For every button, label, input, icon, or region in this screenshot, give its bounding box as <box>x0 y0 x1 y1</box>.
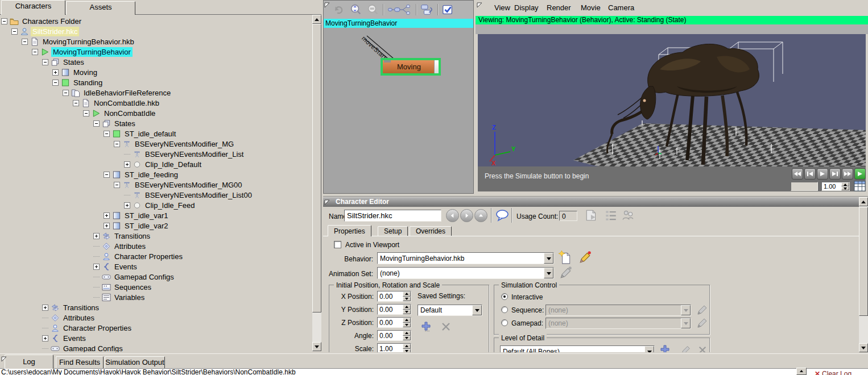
scrollbar-thumb[interactable] <box>859 207 868 316</box>
spin-up-button[interactable] <box>403 318 411 323</box>
tree-item-idlebehaviorfilereference[interactable]: IdleBehaviorFileReference <box>63 88 172 98</box>
tree-expander-minus-icon[interactable] <box>32 49 38 55</box>
spin-up-button[interactable] <box>403 291 411 297</box>
play-button[interactable] <box>817 168 828 180</box>
panel-corner-icon[interactable] <box>477 1 482 7</box>
spinner-angle[interactable]: 0.00 <box>377 330 411 341</box>
tree-expander-plus-icon[interactable] <box>124 202 130 209</box>
tree-expander-plus-icon[interactable] <box>52 69 59 76</box>
spinner-z-position[interactable]: 0.00 <box>377 317 411 328</box>
tree-item-noncombatidle-hkb[interactable]: NonCombatIdle.hkb <box>73 98 161 108</box>
radio-interactive[interactable] <box>501 293 508 300</box>
tree-item-clip-idle-default[interactable]: Clip_Idle_Default <box>124 160 203 169</box>
graph-canvas[interactable]: moveStart Moving <box>324 28 473 193</box>
spinner-value[interactable]: 1.00 <box>378 344 403 352</box>
spin-up-button[interactable] <box>403 305 411 310</box>
timeline-grid-button[interactable] <box>853 181 866 191</box>
spin-down-button[interactable] <box>403 297 411 302</box>
tree-item-st-idle-feeding[interactable]: ST_idle_feeding <box>104 170 180 180</box>
behavior-dropdown[interactable]: MovingTurningBehavior.hkb <box>377 252 554 264</box>
tree-item-st-idle-var1[interactable]: ST_idle_var1 <box>104 211 170 220</box>
menu-display[interactable]: Display <box>514 3 539 12</box>
clear-log-button[interactable]: ✕Clear Log <box>815 370 852 375</box>
tree-expander-minus-icon[interactable] <box>1 18 7 24</box>
export-report-icon[interactable] <box>585 209 598 222</box>
tree-item-events[interactable]: Events <box>42 334 88 343</box>
spin-down-button[interactable] <box>403 336 411 341</box>
active-in-viewport-checkbox[interactable] <box>334 241 341 248</box>
edit-behavior-pencil-icon[interactable] <box>578 251 592 264</box>
edit-animation-set-pencil-icon[interactable] <box>559 266 572 280</box>
tree-expander-minus-icon[interactable] <box>114 182 120 188</box>
zoom-out-button[interactable] <box>366 3 381 16</box>
tree-expander-minus-icon[interactable] <box>104 131 110 137</box>
connect-nodes-button[interactable] <box>386 3 412 16</box>
spin-up-button[interactable] <box>403 331 411 336</box>
tree-item-st-idle-default[interactable]: ST_idle_default <box>104 129 177 139</box>
tree-expander-minus-icon[interactable] <box>104 172 110 178</box>
tree-item-gamepad-configs[interactable]: Gamepad Configs <box>42 344 125 352</box>
tree-expander-plus-icon[interactable] <box>93 233 100 239</box>
tree-item-states[interactable]: States <box>93 119 137 128</box>
tree-item-standing[interactable]: Standing <box>52 78 104 88</box>
tree-expander-minus-icon[interactable] <box>114 141 120 147</box>
fast-forward-button[interactable] <box>842 168 853 180</box>
tree-expander-plus-icon[interactable] <box>104 223 110 229</box>
scroll-up-button[interactable] <box>312 15 321 24</box>
tree-item-siltstrider-hkc[interactable]: SiltStrider.hkc <box>11 27 79 36</box>
tree-item-characters-folder[interactable]: Characters Folder <box>1 16 83 26</box>
edit-lod-pencil-icon[interactable] <box>680 344 691 352</box>
add-lod-icon[interactable] <box>659 344 671 352</box>
tab-characters[interactable]: Characters <box>1 0 65 15</box>
step-back-button[interactable] <box>804 168 816 180</box>
character-tree[interactable]: Characters FolderSiltStrider.hkcMovingTu… <box>0 15 312 352</box>
scrollbar-thumb[interactable] <box>312 24 321 312</box>
tab-properties[interactable]: Properties <box>328 225 371 236</box>
spinner-value[interactable]: 0.00 <box>378 291 403 301</box>
tree-item-movingturningbehavior[interactable]: MovingTurningBehavior <box>32 47 133 57</box>
tab-find-results[interactable]: Find Results <box>56 356 104 369</box>
menu-render[interactable]: Render <box>547 3 571 12</box>
nav-up-button[interactable] <box>474 209 487 222</box>
menu-movie[interactable]: Movie <box>581 3 601 12</box>
nav-forward-button[interactable] <box>460 209 473 222</box>
tree-item-events[interactable]: Events <box>93 262 139 272</box>
scroll-down-button[interactable] <box>312 342 321 351</box>
scroll-down-button[interactable] <box>859 343 868 352</box>
playback-speed-spinner[interactable]: 1.00 <box>821 182 850 191</box>
tree-item-attributes[interactable]: Attributes <box>42 313 96 323</box>
tree-item-transitions[interactable]: Transitions <box>42 303 101 312</box>
spinner-value[interactable]: 0.00 <box>378 305 403 314</box>
panel-corner-icon[interactable] <box>1 355 7 361</box>
tab-setup[interactable]: Setup <box>378 226 408 236</box>
spin-down-button[interactable] <box>841 186 849 190</box>
viewport-3d-canvas[interactable]: Z Y X <box>478 34 866 166</box>
tab-overrides[interactable]: Overrides <box>410 226 452 236</box>
tab-assets[interactable]: Assets <box>66 1 135 15</box>
menu-camera[interactable]: Camera <box>608 3 634 12</box>
tree-item-bseveryneventsmodifier-mg[interactable]: BSEveryNEventsModifier_MG <box>114 139 235 149</box>
spinner-value[interactable]: 0.00 <box>378 331 403 340</box>
tree-expander-plus-icon[interactable] <box>124 161 130 168</box>
tree-item-sequences[interactable]: Sequences <box>93 282 153 292</box>
tree-expander-minus-icon[interactable] <box>63 90 69 96</box>
tree-item-bseveryneventsmodifier-list[interactable]: BSEveryNEventsModifier_List <box>124 149 245 159</box>
comment-bubble-button[interactable] <box>495 209 510 222</box>
tree-item-transitions[interactable]: Transitions <box>93 231 152 241</box>
spin-down-button[interactable] <box>403 310 411 315</box>
nav-back-button[interactable] <box>446 209 459 222</box>
zoom-fit-button[interactable] <box>349 3 363 16</box>
tab-simulation-output[interactable]: Simulation Output <box>105 356 165 369</box>
tree-expander-minus-icon[interactable] <box>52 80 59 86</box>
log-scroll-up-button[interactable] <box>796 368 807 375</box>
delete-lod-icon[interactable] <box>698 345 707 352</box>
spinner-scale[interactable]: 1.00 <box>377 343 411 352</box>
step-forward-button[interactable] <box>829 168 841 180</box>
tree-expander-minus-icon[interactable] <box>42 59 48 65</box>
radio-sequence[interactable] <box>501 306 508 313</box>
panel-corner-icon[interactable] <box>324 1 330 7</box>
tree-expander-plus-icon[interactable] <box>104 213 110 219</box>
name-input[interactable]: SiltStrider.hkc <box>344 210 441 222</box>
spinner-x-position[interactable]: 0.00 <box>377 291 411 302</box>
add-setting-icon[interactable] <box>420 320 432 332</box>
